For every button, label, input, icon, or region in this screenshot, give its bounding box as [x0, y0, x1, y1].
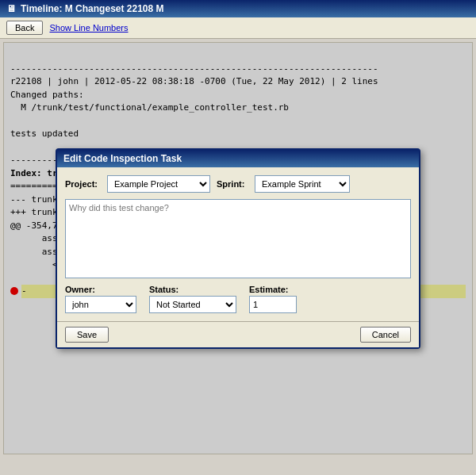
estimate-label: Estimate: — [249, 285, 297, 294]
inspection-textarea[interactable] — [65, 199, 411, 278]
title-text: Timeline: M Changeset 22108 M — [21, 3, 164, 14]
modal-body: Project: Example ProjectOther Project Sp… — [57, 167, 419, 321]
project-label: Project: — [65, 179, 101, 189]
title-icon: 🖥 — [6, 3, 16, 14]
main-content: ----------------------------------------… — [3, 42, 473, 454]
status-select[interactable]: Not StartedIn ProgressDone — [149, 296, 236, 313]
owner-label: Owner: — [65, 285, 136, 294]
cancel-button[interactable]: Cancel — [360, 327, 411, 343]
modal-overlay: Edit Code Inspection Task Project: Examp… — [4, 43, 472, 454]
estimate-input[interactable] — [249, 296, 297, 313]
status-label: Status: — [149, 285, 236, 294]
show-line-numbers-link[interactable]: Show Line Numbers — [49, 23, 128, 33]
modal-footer: Save Cancel — [57, 321, 419, 347]
project-sprint-row: Project: Example ProjectOther Project Sp… — [65, 175, 411, 193]
sprint-select[interactable]: Example SprintSprint 2 — [255, 175, 350, 193]
status-field: Status: Not StartedIn ProgressDone — [149, 285, 236, 313]
edit-code-inspection-modal: Edit Code Inspection Task Project: Examp… — [56, 148, 420, 349]
modal-title: Edit Code Inspection Task — [57, 150, 419, 167]
title-bar: 🖥 Timeline: M Changeset 22108 M — [0, 0, 476, 17]
owner-status-estimate-row: Owner: johnjanebob Status: Not StartedIn… — [65, 285, 411, 313]
owner-field: Owner: johnjanebob — [65, 285, 136, 313]
textarea-row — [65, 199, 411, 278]
save-button[interactable]: Save — [65, 327, 109, 343]
owner-select[interactable]: johnjanebob — [65, 296, 136, 313]
sprint-label: Sprint: — [217, 179, 248, 189]
estimate-field: Estimate: — [249, 285, 297, 313]
back-button[interactable]: Back — [6, 21, 43, 35]
project-select[interactable]: Example ProjectOther Project — [107, 175, 210, 193]
toolbar: Back Show Line Numbers — [0, 17, 476, 39]
